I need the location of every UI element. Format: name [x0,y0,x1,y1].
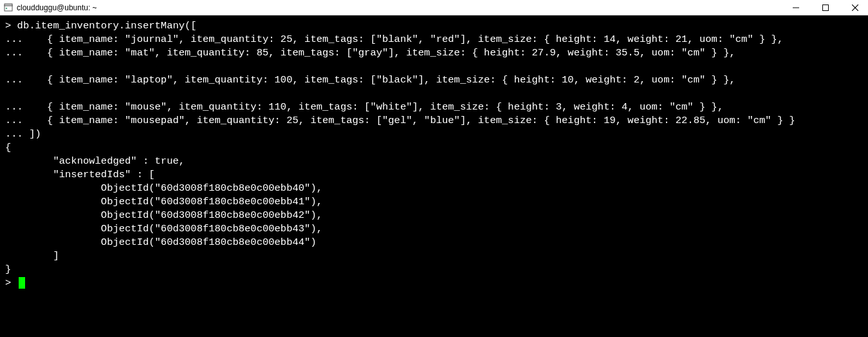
svg-rect-1 [5,4,12,6]
close-button[interactable] [846,1,864,14]
window-controls [787,1,864,14]
terminal-output[interactable]: > db.item_inventory.insertMany([ ... { i… [0,15,868,337]
terminal-icon [4,3,13,12]
maximize-button[interactable] [817,1,835,14]
window-titlebar: cloudduggu@ubuntu: ~ [0,0,868,15]
terminal-cursor [19,277,25,289]
window-title: cloudduggu@ubuntu: ~ [17,3,787,12]
svg-rect-4 [823,5,829,10]
minimize-button[interactable] [787,1,805,14]
svg-point-2 [6,7,7,8]
